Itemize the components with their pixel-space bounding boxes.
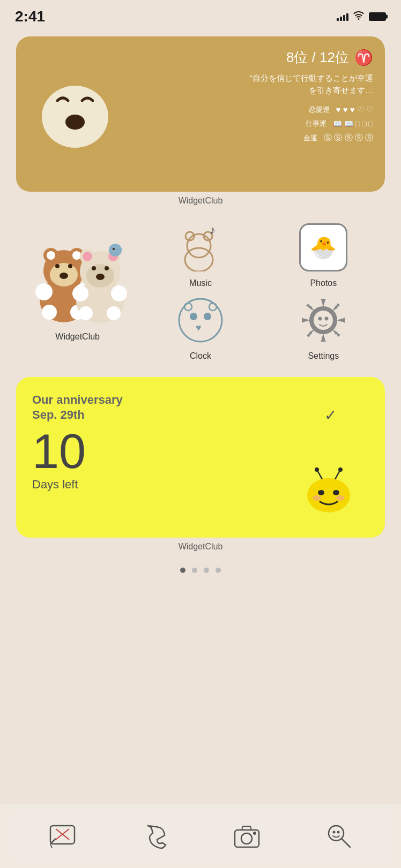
settings-label: Settings [308,351,339,361]
svg-point-44 [184,303,192,311]
svg-point-42 [204,313,211,320]
dock-phone[interactable] [136,817,173,855]
horoscope-widget[interactable]: 8位 / 12位 ♈ "自分を信じて行動することが幸運を引き寄せます… 恋愛運 … [16,36,385,192]
love-stat: 恋愛運 ♥ ♥ ♥ ♡ ♡ [244,105,373,115]
horoscope-stats: 恋愛運 ♥ ♥ ♥ ♡ ♡ 仕事運 📖 📖 □ □ □ 金運 Ⓢ Ⓢ ⓢ ⓢ ⓢ [244,105,373,143]
settings-icon [299,296,347,344]
svg-point-45 [209,303,217,311]
anniversary-widget-label: WidgetClub [0,542,401,552]
svg-point-26 [111,285,127,301]
widgetclub-bears-label: WidgetClub [55,332,100,342]
svg-text:♪: ♪ [210,223,216,237]
dock-search[interactable] [320,817,358,855]
svg-point-69 [241,833,252,844]
svg-point-23 [68,264,72,268]
horoscope-widget-label: WidgetClub [0,196,401,206]
svg-point-4 [65,115,85,130]
search-icon [324,821,354,851]
music-icon: ♪ [176,223,225,271]
bears-svg [25,222,130,327]
svg-point-70 [253,832,256,835]
svg-point-17 [47,251,55,260]
app-music[interactable]: ♪ Music [139,221,262,288]
money-stat: 金運 Ⓢ Ⓢ ⓢ ⓢ ⓢ [244,133,373,143]
svg-point-11 [35,283,53,300]
clock-label: Clock [190,351,211,361]
battery-icon [369,12,386,21]
svg-point-52 [318,317,322,321]
checkmark-decoration: ✓ [324,406,337,424]
svg-point-22 [55,264,60,268]
page-dots [0,568,401,573]
svg-point-36 [92,266,96,270]
svg-text:♥: ♥ [196,322,202,333]
svg-point-61 [313,495,321,501]
app-clock[interactable]: ♥ Clock [139,293,262,361]
bee-illustration [296,463,361,519]
page-dot-3[interactable] [204,568,209,573]
chick-emoji: 🐣 [310,235,337,260]
bears-icon-wrapper [24,221,131,328]
svg-point-35 [96,274,105,280]
clock-icon: ♥ [176,296,225,344]
photos-label: Photos [310,278,337,288]
svg-line-72 [341,839,350,847]
svg-point-37 [105,266,109,270]
horoscope-quote: "自分を信じて行動することが幸運を引き寄せます… [244,72,373,96]
page-dot-2[interactable] [192,568,197,573]
anniversary-widget[interactable]: Our anniversary Sep. 29th 10 Days left ✓ [16,377,385,538]
dock-messages[interactable] [43,817,81,855]
svg-point-53 [325,317,329,321]
signal-icon [337,12,348,21]
svg-point-39 [113,248,115,250]
svg-line-65 [50,844,52,848]
music-label: Music [189,278,212,288]
svg-point-41 [190,313,197,320]
settings-icon-wrapper [296,293,350,347]
app-widgetclub-bears[interactable]: WidgetClub [16,221,139,361]
svg-point-55 [318,490,324,495]
svg-point-54 [307,478,350,512]
bear-svg [24,47,137,181]
bee-svg [296,463,361,517]
clock-icon-wrapper: ♥ [174,293,227,347]
music-icon-wrapper: ♪ [174,221,227,274]
status-bar: 2:41 [0,0,401,27]
horoscope-content: 8位 / 12位 ♈ "自分を信じて行動することが幸運を引き寄せます… 恋愛運 … [244,48,373,147]
svg-point-28 [107,306,121,320]
work-stat: 仕事運 📖 📖 □ □ □ [244,119,373,129]
photos-icon: 🐣 [299,223,347,271]
page-dot-4[interactable] [216,568,221,573]
svg-point-27 [79,306,93,320]
camera-icon [232,821,262,851]
horoscope-rank: 8位 / 12位 ♈ [244,48,373,67]
svg-point-13 [42,305,57,320]
svg-point-58 [315,467,319,472]
app-grid: ♪ Music 🐣 Photos [0,210,401,372]
svg-point-6 [187,234,211,258]
wifi-icon [353,11,365,22]
svg-point-19 [72,251,81,260]
anniversary-title: Our anniversary Sep. 29th [32,393,369,422]
svg-point-60 [338,467,343,472]
svg-line-64 [50,839,56,844]
svg-point-73 [332,831,335,833]
phone-icon [140,821,169,851]
dock-camera[interactable] [228,817,265,855]
bear-illustration [24,47,142,181]
status-icons [337,11,386,22]
app-photos[interactable]: 🐣 Photos [262,221,385,288]
photos-icon-wrapper: 🐣 [296,221,350,274]
svg-point-31 [83,252,92,261]
app-settings[interactable]: Settings [262,293,385,361]
dock [0,804,401,868]
status-time: 2:41 [15,8,45,25]
svg-point-25 [72,285,88,301]
messages-icon [48,821,77,851]
page-dot-1[interactable] [180,568,185,573]
svg-point-62 [336,495,345,501]
svg-point-21 [60,273,68,279]
svg-point-74 [337,831,339,833]
svg-point-56 [333,490,339,495]
